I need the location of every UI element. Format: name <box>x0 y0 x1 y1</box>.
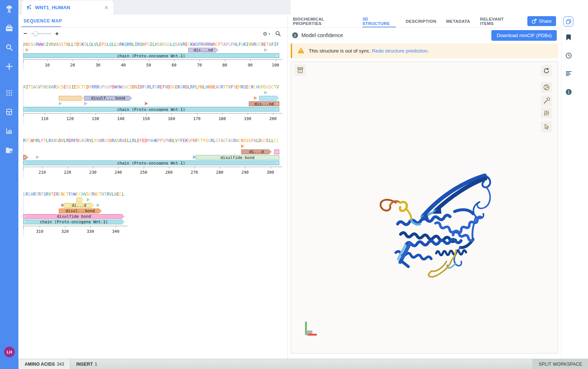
close-tab-icon[interactable]: ✕ <box>103 5 109 11</box>
document-tab-bar: WNT1_HUMAN ✕ <box>18 0 588 15</box>
sequence-row-block: AITSAGVTHSVARSCSEGSIESCTCDYRRRGPGGPDWHWG… <box>18 84 287 124</box>
annotation-lane: »disulfide bond» <box>18 155 287 160</box>
document-tab-title: WNT1_HUMAN <box>35 5 100 10</box>
zoom-in-button[interactable]: + <box>55 30 59 37</box>
detail-tab-description[interactable]: DESCRIPTION <box>406 15 436 28</box>
out-of-sync-warning: This structure is out of sync. Redo stru… <box>291 43 558 58</box>
details-info-icon[interactable] <box>565 88 572 95</box>
bond-annotation[interactable] <box>59 96 84 101</box>
sequence-map-header: SEQUENCE MAP <box>18 15 287 28</box>
alignment-icon[interactable] <box>565 70 572 77</box>
share-button-label: Share <box>539 18 552 24</box>
insert-value: 1 <box>95 362 97 367</box>
site-marker-triangle[interactable] <box>241 144 244 148</box>
detail-tab-biochemical-properties[interactable]: BIOCHEMICAL PROPERTIES <box>293 15 352 28</box>
tools-wrench-button[interactable] <box>541 95 552 106</box>
structure-viewer[interactable] <box>291 61 558 354</box>
warning-suffix: . <box>427 48 429 54</box>
sequence-map-panel: SEQUENCE MAP − + ⚙▾ ANSSGRWWGIVNVASSTNLL… <box>18 15 288 359</box>
apps-grid-icon[interactable] <box>4 87 15 98</box>
display-settings-button[interactable] <box>541 108 552 119</box>
site-marker-triangle[interactable] <box>36 155 39 159</box>
position-ruler: 210220230240250260270280290300 <box>18 167 287 178</box>
shared-folder-icon[interactable] <box>4 145 15 156</box>
sequence-row-block: ANSSGRWWGIVNVASSTNLLTDSKSLQLVLEPSLQLLSRK… <box>18 42 287 70</box>
warning-icon <box>297 47 305 55</box>
insert-mode-indicator: INSERT 1 <box>70 359 103 369</box>
chain-annotation[interactable]: chain (Proto-oncogene Wnt-1)» <box>23 53 279 58</box>
split-workspace-button[interactable]: SPLIT WORKSPACE <box>533 359 588 369</box>
bond-annotation[interactable]: disul...bond <box>59 209 102 213</box>
left-sidebar: LH <box>0 0 18 369</box>
zoom-out-button[interactable]: − <box>24 30 27 37</box>
site-marker-triangle[interactable] <box>264 91 268 94</box>
bond-annotation[interactable]: disulfide bond» <box>23 214 125 219</box>
bond-annotation[interactable] <box>76 198 84 202</box>
amino-acids-value: 343 <box>57 362 64 367</box>
chain-annotation[interactable]: chain (Proto-oncogene Wnt-1)» <box>23 220 125 224</box>
position-ruler: 102030405060708090100 <box>18 59 287 70</box>
sequence-row-block: GRGHRTRTQRVTERCNCTFHWCCHVSCRNCTHTRVLHECL… <box>18 192 287 237</box>
site-marker-triangle[interactable] <box>97 203 100 207</box>
app-root: LH WNT1_HUMAN ✕ SEQUENCE MAP <box>0 0 588 369</box>
select-cursor-button[interactable] <box>541 121 552 132</box>
document-tab[interactable]: WNT1_HUMAN ✕ <box>21 0 114 15</box>
sequence-toolbar: − + ⚙▾ <box>18 28 287 40</box>
bond-annotation[interactable]: dis...nd» <box>249 101 279 106</box>
zoom-slider-knob[interactable] <box>33 31 38 36</box>
share-button[interactable]: Share <box>527 16 556 26</box>
bond-annotation[interactable]: di...d <box>241 149 272 154</box>
screenshot-button[interactable] <box>541 82 552 93</box>
structure-archive-button[interactable] <box>295 65 306 76</box>
position-ruler: 310320330340 <box>18 226 287 237</box>
duplicate-view-button[interactable] <box>563 17 573 26</box>
sequence-search-button[interactable] <box>275 31 281 36</box>
annotation-lane: disulfide bond» <box>18 214 287 219</box>
search-icon[interactable] <box>4 42 15 53</box>
annotation-lane: di...d <box>18 203 287 208</box>
site-marker-triangle[interactable] <box>87 198 90 202</box>
download-mmcif-button[interactable]: Download mmCIF (PDBx) <box>491 30 557 41</box>
bond-annotation[interactable]: di...d <box>64 203 94 208</box>
annotation-lane: chain (Proto-oncogene Wnt-1)» <box>18 53 287 58</box>
insert-label: INSERT <box>76 362 93 367</box>
app-logo-icon[interactable] <box>4 4 15 15</box>
bond-annotation[interactable]: dis...nd <box>188 48 219 53</box>
tab-sequence-map[interactable]: SEQUENCE MAP <box>24 18 62 23</box>
detail-tab-3d-structure[interactable]: 3D STRUCTURE <box>362 15 396 28</box>
detail-tab-metadata[interactable]: METADATA <box>446 15 470 28</box>
reset-view-button[interactable] <box>541 65 552 76</box>
protein-icon <box>26 4 32 11</box>
bond-annotation[interactable]: disulfide bond» <box>196 155 279 160</box>
database-icon[interactable] <box>4 106 15 117</box>
site-marker-triangle[interactable] <box>84 102 87 105</box>
detail-panel: BIOCHEMICAL PROPERTIES3D STRUCTUREDESCRI… <box>288 15 561 359</box>
site-marker-triangle[interactable] <box>254 96 257 100</box>
bond-annotation[interactable] <box>259 96 279 101</box>
right-rail <box>561 15 588 359</box>
projects-icon[interactable] <box>4 23 15 34</box>
zoom-slider[interactable] <box>31 33 51 34</box>
site-marker-triangle[interactable] <box>264 48 268 52</box>
site-marker-triangle[interactable] <box>145 102 148 105</box>
settings-gear-button[interactable]: ⚙▾ <box>263 31 270 37</box>
bookmark-icon[interactable] <box>565 34 572 41</box>
detail-tab-relevant-items[interactable]: RELEVANT ITEMS <box>480 15 517 28</box>
chain-annotation[interactable]: chain (Proto-oncogene Wnt-1)»» <box>23 160 279 165</box>
chain-annotation[interactable]: chain (Proto-oncogene Wnt-1)»» <box>23 107 279 112</box>
user-avatar[interactable]: LH <box>4 347 15 357</box>
history-clock-icon[interactable] <box>565 52 572 59</box>
add-icon[interactable] <box>4 61 15 72</box>
bond-annotation[interactable]: » <box>23 155 28 160</box>
analytics-icon[interactable] <box>4 126 15 137</box>
site-marker-triangle[interactable] <box>59 102 62 105</box>
residue-letters: RTCWMRLPTLRAVGDVLRDRFDGASRVLYGNRGSNRASRA… <box>18 138 287 143</box>
site-marker-triangle[interactable] <box>26 48 29 52</box>
residue-letters: GRGHRTRTQRVTERCNCTFHWCCHVSCRNCTHTRVLHECL <box>18 192 287 197</box>
bond-annotation[interactable]: disulf... bond <box>84 96 132 101</box>
redo-prediction-link[interactable]: Redo structure prediction <box>372 48 427 54</box>
info-icon: i <box>292 32 298 38</box>
sequence-row-block: RTCWMRLPTLRAVGDVLRDRFDGASRVLYGNRGSNRASRA… <box>18 138 287 178</box>
annotation-lane: disul...bond <box>18 209 287 213</box>
bond-annotation[interactable]: » <box>274 149 279 154</box>
